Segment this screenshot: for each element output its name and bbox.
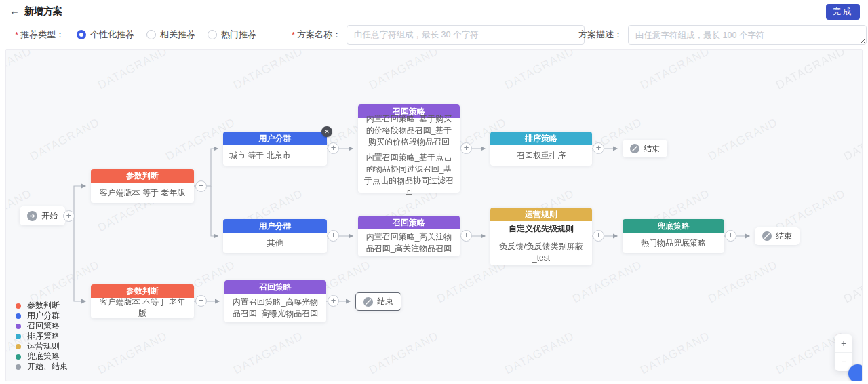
end-label: 结束 [644,143,660,155]
zoom-control: + − [835,334,852,371]
plan-name-group: * 方案名称： [292,22,585,47]
page-title: 新增方案 [24,5,62,18]
node-body: 客户端版本 不等于 老年版 [91,298,194,318]
add-node-button[interactable]: + [460,142,472,154]
flow-canvas[interactable]: DATAGRANDDATAGRANDDATAGRANDDATAGRANDDATA… [5,49,863,381]
add-node-button[interactable]: + [725,230,736,242]
radio-unselected-icon[interactable] [146,30,156,39]
plan-name-label: 方案名称： [297,28,341,41]
node-body: 其他 [223,233,327,253]
end-icon [363,297,373,307]
node-title: 召回策略 [224,280,326,294]
legend-item: 召回策略 [16,321,68,331]
top-bar: ← 新增方案 完成 [0,0,868,22]
node-body: 内置召回策略_基于购买的价格段物品召回_基于购买的价格段物品召回 内置召回策略_… [358,118,460,193]
node-title: 参数判断 [91,169,194,183]
legend-item: 参数判断 [16,301,68,311]
node-body: 客户端版本 等于 老年版 [91,183,194,203]
radio-hot[interactable]: 热门推荐 [208,28,256,41]
back-icon[interactable]: ← [9,5,20,16]
zoom-in-button[interactable]: + [835,334,852,353]
node-title: 参数判断 [91,284,194,298]
radio-unselected-icon[interactable] [208,30,217,39]
flow-node-param-2[interactable]: 参数判断 客户端版本 不等于 老年版 [91,284,194,318]
node-body: 城市 等于 北京市 [223,145,327,166]
flow-node-recall-1[interactable]: 召回策略 内置召回策略_基于购买的价格段物品召回_基于购买的价格段物品召回 内置… [358,104,460,193]
legend-item: 用户分群 [16,311,68,321]
flow-node-recall-2[interactable]: 召回策略 内置召回策略_高关注物品召回_高关注物品召回 [358,216,460,256]
legend-dot [16,313,21,319]
floating-assistant-button[interactable] [848,364,863,381]
start-node[interactable]: 开始 [20,206,65,225]
plan-desc-label: 方案描述： [578,28,623,41]
radio-selected-icon[interactable] [77,30,86,39]
legend-dot [16,364,21,370]
node-body: 内置召回策略_高曝光物品召回_高曝光物品召回 [224,294,326,322]
plan-desc-textarea[interactable] [628,25,867,45]
legend-item: 运营规则 [16,341,68,351]
legend-dot [16,303,21,309]
recall-rule: 内置召回策略_基于点击的物品协同过滤召回_基于点击的物品协同过滤召回 [364,152,454,198]
add-node-button[interactable]: + [63,210,75,222]
node-title: 排序策略 [490,132,592,145]
done-button[interactable]: 完成 [826,4,860,20]
plan-name-input[interactable] [347,25,585,45]
legend-dot [16,334,21,339]
required-mark: * [292,30,295,40]
legend-item: 兜底策略 [16,351,68,362]
node-title: 兜底策略 [623,219,724,233]
add-node-button[interactable]: + [328,295,339,307]
flow-node-param-1[interactable]: 参数判断 客户端版本 等于 老年版 [91,169,194,203]
recommend-type-group: * 推荐类型： 个性化推荐 相关推荐 热门推荐 [15,22,256,47]
close-icon[interactable]: ✕ [321,126,332,137]
end-node-1[interactable]: 结束 [623,140,667,157]
end-icon [630,144,639,153]
node-type-legend: 参数判断 用户分群 召回策略 排序策略 运营规则 兜底策略 开始、结束 [16,301,68,372]
add-node-button[interactable]: + [593,230,604,242]
legend-item: 开始、结束 [16,362,68,372]
node-body: 召回权重排序 [490,145,592,166]
legend-dot [16,354,21,360]
node-body: 热门物品兜底策略 [623,233,724,253]
add-node-button[interactable]: + [328,142,339,154]
legend-label: 开始、结束 [27,361,68,372]
legend-item: 排序策略 [16,331,68,341]
add-node-button[interactable]: + [195,295,207,307]
start-icon [27,211,37,221]
flow-node-recall-3[interactable]: 召回策略 内置召回策略_高曝光物品召回_高曝光物品召回 [224,280,326,322]
add-node-button[interactable]: + [593,142,604,154]
recall-rule: 内置召回策略_基于购买的价格段物品召回_基于购买的价格段物品召回 [364,113,454,148]
add-node-button[interactable]: + [328,230,339,242]
legend-dot [16,344,21,349]
flow-node-rule-1[interactable]: 运营规则 自定义优先级规则 负反馈/负反馈类别屏蔽_test [490,208,592,265]
end-label: 结束 [776,231,792,242]
recommend-type-label: 推荐类型： [20,28,64,41]
end-node-2[interactable]: 结束 [755,227,800,245]
radio-label: 热门推荐 [221,28,256,41]
flow-node-segment-2[interactable]: 用户分群 其他 [223,219,327,253]
add-node-button[interactable]: + [460,230,472,242]
radio-label: 个性化推荐 [90,28,134,41]
required-mark: * [15,30,18,40]
radio-personalized[interactable]: 个性化推荐 [77,28,134,41]
end-label: 结束 [377,296,393,307]
node-title: 用户分群 [223,219,327,233]
plan-form: * 推荐类型： 个性化推荐 相关推荐 热门推荐 * 方案名称： 方案描述： [0,22,868,47]
node-title: 运营规则 [490,208,592,221]
start-label: 开始 [41,210,58,222]
end-icon [762,231,772,241]
radio-related[interactable]: 相关推荐 [146,28,195,41]
node-title: 召回策略 [358,216,460,229]
flow-node-fallback-1[interactable]: 兜底策略 热门物品兜底策略 [623,219,724,253]
rule-name: 自定义优先级规则 [509,223,574,235]
node-body: 自定义优先级规则 负反馈/负反馈类别屏蔽_test [490,221,592,265]
plan-desc-group: 方案描述： [578,22,867,47]
add-node-button[interactable]: + [195,180,207,192]
node-title: 用户分群 [223,132,327,145]
flow-node-sort-1[interactable]: 排序策略 召回权重排序 [490,132,592,166]
end-node-3[interactable]: 结束 [355,292,401,311]
radio-label: 相关推荐 [160,28,195,41]
legend-dot [16,324,21,329]
flow-node-segment-1[interactable]: 用户分群 城市 等于 北京市 [223,132,327,166]
rule-detail: 负反馈/负反馈类别屏蔽_test [496,241,586,264]
